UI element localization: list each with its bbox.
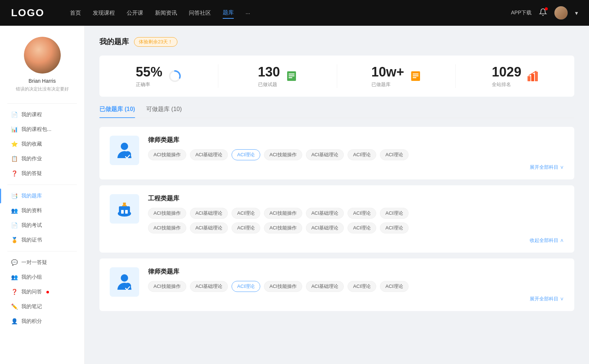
sidebar-item-myexam[interactable]: 📄 我的考试 [0,218,84,233]
tag-eng2-ops-2[interactable]: ACI技能操作 [264,222,302,233]
homework-icon: 📋 [11,156,18,162]
sidebar-item-qbank[interactable]: 📑 我的题库 [0,189,84,203]
tag-eng2-basic-2[interactable]: ACI基础理论 [306,222,344,233]
tag-law2-theory-active[interactable]: ACI理论 [232,281,260,292]
sidebar: Brian Harris 错误的决定比没有决定要好 📄 我的课程 📊 我的课程包… [0,26,85,364]
mycert-icon: 🏅 [11,237,18,243]
tag-eng2-basic-1[interactable]: ACI基础理论 [190,222,228,233]
trial-badge: 体验剩余23天！ [134,37,177,47]
tag-eng-theory-1[interactable]: ACI理论 [232,208,260,219]
svg-point-13 [121,143,128,150]
expand-link-lawyer-1[interactable]: 展开全部科目 ∨ [148,164,564,171]
correct-rate-chart-icon [168,69,181,83]
nav-item-qa[interactable]: 问答社区 [189,8,211,18]
myexam-icon: 📄 [11,222,18,229]
sidebar-item-mygroup[interactable]: 👥 我的小组 [0,270,84,285]
tag-eng-basic-1[interactable]: ACI基础理论 [190,208,228,219]
sidebar-label-oneone: 一对一答疑 [21,259,47,266]
sidebar-item-oneone[interactable]: 💬 一对一答疑 [0,255,84,270]
sidebar-divider-mid [7,185,77,185]
tag-aci-theory-3[interactable]: ACI理论 [380,149,409,160]
stat-number-exercises: 130 [258,64,280,80]
qbank-icon-lawyer-1 [110,136,139,165]
tag-law2-basic-2[interactable]: ACI基础理论 [306,281,344,292]
sidebar-item-mycourse[interactable]: 📄 我的课程 [0,107,84,122]
tag-eng-ops-1[interactable]: ACI技能操作 [148,208,186,219]
sidebar-item-mycert[interactable]: 🏅 我的证书 [0,233,84,247]
nav-item-opencourse[interactable]: 公开课 [127,8,143,18]
nav-item-qbank[interactable]: 题库 [223,7,234,19]
sidebar-item-mynotes[interactable]: ✏️ 我的笔记 [0,299,84,314]
stat-value-rank: 1029 全站排名 [492,64,521,88]
sidebar-item-homework[interactable]: 📋 我的作业 [0,151,84,166]
profile-name: Brian Harris [7,78,77,84]
stat-label-banks: 已做题库 [371,81,404,88]
nav-item-home[interactable]: 首页 [70,8,81,18]
sidebar-divider-top [7,103,77,104]
sidebar-item-mydata[interactable]: 👥 我的资料 [0,203,84,218]
tag-aci-basic-1[interactable]: ACI基础理论 [190,149,228,160]
profile-avatar [24,37,61,74]
tag-aci-ops-1[interactable]: ACI技能操作 [148,149,186,160]
banks-icon [410,71,421,82]
tag-eng-basic-2[interactable]: ACI基础理论 [306,208,344,219]
tag-eng-theory-3[interactable]: ACI理论 [380,208,409,219]
qbank-card-lawyer-1: 律师类题库 ACI技能操作 ACI基础理论 ACI理论 ACI技能操作 ACI基… [99,127,574,179]
coursepack-icon: 📊 [11,126,18,133]
main-content: 我的题库 体验剩余23天！ 55% 正确率 [85,26,589,364]
tag-eng2-ops-1[interactable]: ACI技能操作 [148,222,186,233]
stat-label-rank: 全站排名 [492,81,521,88]
svg-rect-10 [528,76,530,81]
stat-value-exercises: 130 已做试题 [258,64,280,88]
nav-item-more[interactable]: ··· [246,8,250,18]
notification-bell-icon[interactable] [539,8,547,18]
qbank-content-engineer: 工程类题库 ACI技能操作 ACI基础理论 ACI理论 ACI技能操作 ACI基… [148,194,564,244]
svg-rect-19 [125,210,128,214]
tab-done-banks[interactable]: 已做题库 (10) [99,106,135,118]
app-download-button[interactable]: APP下载 [511,10,532,16]
tag-aci-theory-2[interactable]: ACI理论 [348,149,376,160]
page-header: 我的题库 体验剩余23天！ [99,37,574,47]
sidebar-item-mypoints[interactable]: 👤 我的积分 [0,314,84,329]
tag-law2-basic-1[interactable]: ACI基础理论 [190,281,228,292]
exercises-icon [286,71,297,82]
tag-eng-theory-2[interactable]: ACI理论 [348,208,376,219]
nav-item-news[interactable]: 新闻资讯 [155,8,177,18]
stat-number-banks: 10w+ [371,64,404,80]
sidebar-item-myanswer[interactable]: ❓ 我的问答 [0,285,84,299]
svg-rect-18 [121,210,124,214]
sidebar-item-myqa[interactable]: ❓ 我的答疑 [0,166,84,181]
tag-law2-ops-2[interactable]: ACI技能操作 [264,281,302,292]
sidebar-label-qbank: 我的题库 [21,193,42,199]
sidebar-label-myanswer: 我的问答 [21,289,42,295]
svg-rect-11 [531,74,534,81]
user-dropdown-icon[interactable]: ▾ [575,10,578,17]
collapse-link-engineer[interactable]: 收起全部科目 ∧ [148,237,564,244]
rank-icon [527,71,538,81]
mypoints-icon: 👤 [11,318,18,325]
nav-item-discover[interactable]: 发现课程 [93,8,115,18]
profile-motto: 错误的决定比没有决定要好 [7,86,77,92]
tag-law2-theory-2[interactable]: ACI理论 [348,281,376,292]
expand-link-lawyer-2[interactable]: 展开全部科目 ∨ [148,296,564,302]
tag-row-engineer-2: ACI技能操作 ACI基础理论 ACI理论 ACI技能操作 ACI基础理论 AC… [148,222,564,233]
tag-eng-ops-2[interactable]: ACI技能操作 [264,208,302,219]
myqa-icon: ❓ [11,170,18,177]
svg-point-20 [121,274,128,282]
tag-law2-ops-1[interactable]: ACI技能操作 [148,281,186,292]
sidebar-item-favorites[interactable]: ⭐ 我的收藏 [0,137,84,151]
tab-available-banks[interactable]: 可做题库 (10) [146,106,182,118]
tag-aci-theory-active-1[interactable]: ACI理论 [232,149,260,160]
qbank-icon: 📑 [11,193,18,199]
sidebar-menu: 📄 我的课程 📊 我的课程包... ⭐ 我的收藏 📋 我的作业 ❓ 我的答疑 � [0,107,84,329]
tag-law2-theory-3[interactable]: ACI理论 [380,281,409,292]
user-avatar[interactable] [554,6,568,19]
qbank-title-lawyer-2: 律师类题库 [148,267,564,276]
tag-aci-basic-2[interactable]: ACI基础理论 [306,149,344,160]
sidebar-item-coursepack[interactable]: 📊 我的课程包... [0,122,84,137]
tag-aci-ops-2[interactable]: ACI技能操作 [264,149,302,160]
navbar-right: APP下载 ▾ [511,6,578,19]
tag-eng2-theory-3[interactable]: ACI理论 [380,222,409,233]
tag-eng2-theory-1[interactable]: ACI理论 [232,222,260,233]
tag-eng2-theory-2[interactable]: ACI理论 [348,222,376,233]
